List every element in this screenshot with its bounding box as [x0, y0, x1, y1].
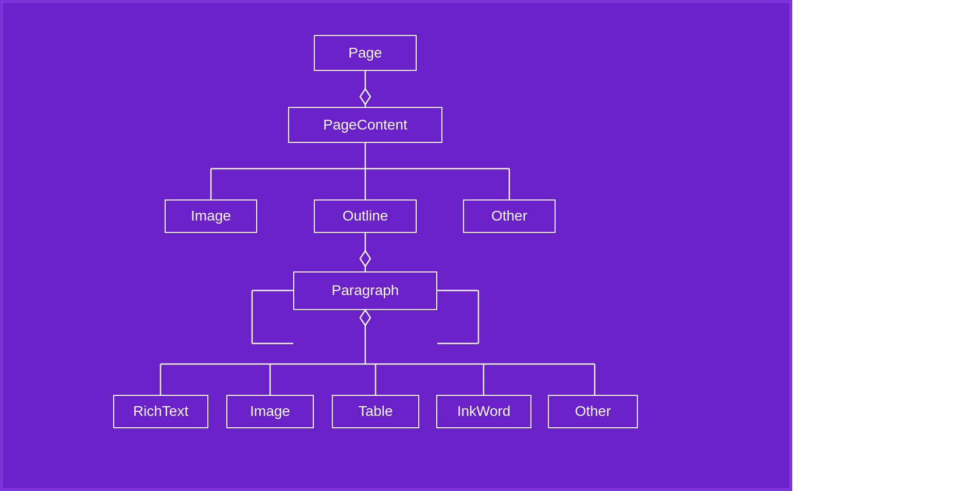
svg-marker-1 — [360, 89, 370, 104]
page-node: Page — [314, 35, 417, 71]
diagram-container: Page PageContent Image Outline Other Par… — [0, 0, 792, 491]
svg-marker-9 — [360, 251, 370, 266]
svg-marker-17 — [360, 310, 370, 325]
table-node: Table — [332, 395, 419, 428]
image2-node: Image — [226, 395, 314, 428]
diagram: Page PageContent Image Outline Other Par… — [113, 25, 679, 467]
other2-node: Other — [548, 395, 638, 428]
page-content-node: PageContent — [288, 107, 442, 143]
inkword-node: InkWord — [436, 395, 531, 428]
outline-node: Outline — [314, 199, 417, 233]
other1-node: Other — [463, 199, 556, 233]
richtext-node: RichText — [113, 395, 208, 428]
image1-node: Image — [165, 199, 257, 233]
paragraph-node: Paragraph — [293, 271, 437, 310]
